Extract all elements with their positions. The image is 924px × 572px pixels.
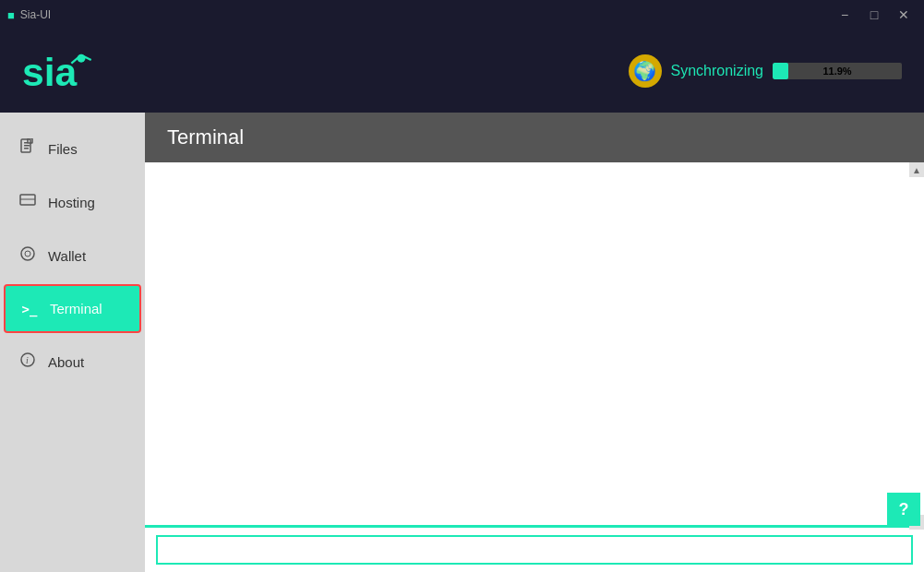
- about-icon: i: [18, 352, 37, 372]
- terminal-icon: >_: [20, 302, 39, 316]
- sidebar: Files Hosting Wallet: [0, 113, 145, 572]
- svg-point-11: [21, 247, 34, 260]
- titlebar-title: ■ Sia-UI: [7, 8, 51, 22]
- sync-globe-icon: 🌍: [629, 54, 662, 88]
- sidebar-item-files[interactable]: Files: [0, 122, 145, 175]
- minimize-button[interactable]: −: [832, 6, 858, 24]
- files-icon: [18, 138, 37, 159]
- sidebar-label-files: Files: [48, 141, 78, 157]
- sidebar-label-wallet: Wallet: [48, 248, 86, 264]
- sync-percent: 11.9%: [773, 63, 902, 79]
- app: sia 🌍 Synchronizing 11.9%: [0, 30, 924, 572]
- sidebar-label-about: About: [48, 354, 84, 370]
- header: sia 🌍 Synchronizing 11.9%: [0, 30, 924, 113]
- sync-label: Synchronizing: [671, 63, 764, 79]
- sync-progress-bar: 11.9%: [773, 63, 902, 79]
- content-header: Terminal: [145, 113, 924, 162]
- svg-rect-6: [24, 145, 30, 147]
- hosting-icon: [18, 192, 37, 212]
- sidebar-label-terminal: Terminal: [50, 301, 102, 316]
- svg-rect-7: [24, 148, 29, 149]
- svg-text:i: i: [26, 355, 29, 365]
- main-body: Files Hosting Wallet: [0, 113, 924, 572]
- content-area: Terminal ▲ ? ▼: [145, 113, 924, 572]
- help-button[interactable]: ?: [887, 493, 920, 526]
- svg-point-12: [25, 251, 30, 256]
- svg-text:sia: sia: [22, 50, 78, 94]
- app-name: Sia-UI: [20, 8, 51, 21]
- logo: sia: [22, 48, 96, 94]
- terminal-input-area: [145, 525, 924, 572]
- app-icon: ■: [7, 8, 15, 22]
- wallet-icon: [18, 245, 37, 266]
- sidebar-item-wallet[interactable]: Wallet: [0, 229, 145, 282]
- terminal-input[interactable]: [156, 535, 913, 565]
- maximize-button[interactable]: □: [861, 6, 887, 24]
- sia-logo: sia: [22, 48, 96, 94]
- titlebar: ■ Sia-UI − □ ✕: [0, 0, 924, 30]
- sidebar-item-about[interactable]: i About: [0, 335, 145, 388]
- sidebar-label-hosting: Hosting: [48, 195, 95, 210]
- scroll-up-indicator[interactable]: ▲: [909, 162, 924, 177]
- page-title: Terminal: [167, 125, 244, 149]
- sync-status: 🌍 Synchronizing 11.9%: [629, 54, 903, 88]
- titlebar-controls: − □ ✕: [832, 6, 917, 24]
- sidebar-item-hosting[interactable]: Hosting: [0, 175, 145, 229]
- sidebar-item-terminal[interactable]: >_ Terminal: [4, 284, 141, 333]
- terminal-output[interactable]: ▲: [145, 162, 924, 525]
- close-button[interactable]: ✕: [891, 6, 917, 24]
